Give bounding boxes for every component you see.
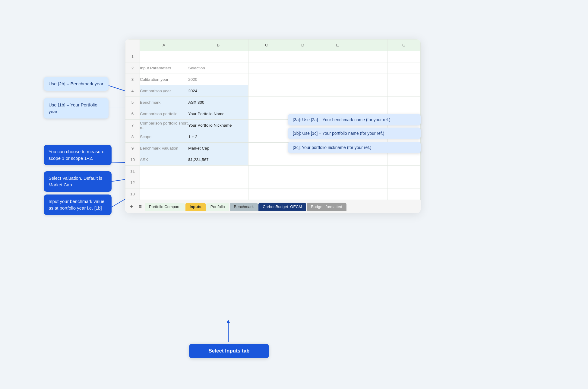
- cell-empty[interactable]: [285, 177, 321, 188]
- spreadsheet[interactable]: A B C D E F G 12Input ParametersSelectio…: [125, 39, 421, 213]
- tab-budget-formatted[interactable]: Budget_formatted: [307, 203, 346, 211]
- cell-empty[interactable]: [248, 177, 285, 188]
- cell-empty[interactable]: [387, 188, 420, 200]
- cell-b[interactable]: [188, 188, 248, 200]
- cell-empty[interactable]: [285, 166, 321, 177]
- cell-empty[interactable]: [387, 74, 420, 85]
- cell-empty[interactable]: [321, 188, 354, 200]
- cell-empty[interactable]: [354, 166, 387, 177]
- cell-a[interactable]: Comparison year: [140, 85, 188, 97]
- cell-empty[interactable]: [248, 154, 285, 166]
- table-row[interactable]: 10ASX$1,234,567: [125, 154, 421, 166]
- cell-empty[interactable]: [354, 85, 387, 97]
- cell-a[interactable]: [140, 177, 188, 188]
- cell-empty[interactable]: [321, 85, 354, 97]
- tab-inputs[interactable]: Inputs: [185, 203, 206, 211]
- cell-empty[interactable]: [321, 74, 354, 85]
- cell-empty[interactable]: [321, 62, 354, 74]
- cell-empty[interactable]: [321, 97, 354, 108]
- cell-b[interactable]: Your Portfolio Nickname: [188, 120, 248, 131]
- table-row[interactable]: 11: [125, 166, 421, 177]
- cell-empty[interactable]: [354, 177, 387, 188]
- cell-a[interactable]: Comparison portfolio: [140, 108, 188, 120]
- cell-empty[interactable]: [285, 51, 321, 62]
- col-header-d: D: [285, 40, 321, 51]
- tab-benchmark[interactable]: Benchmark: [230, 203, 258, 211]
- cell-empty[interactable]: [248, 62, 285, 74]
- cell-empty[interactable]: [248, 188, 285, 200]
- tab-portfolio-compare[interactable]: Portfolio Compare: [145, 203, 185, 211]
- cell-empty[interactable]: [248, 166, 285, 177]
- cell-b[interactable]: Selection: [188, 62, 248, 74]
- table-row[interactable]: 5BenchmarkASX 300: [125, 97, 421, 108]
- annotation-scope: You can choose to measure scope 1 or sco…: [44, 145, 112, 165]
- cell-empty[interactable]: [321, 51, 354, 62]
- cell-b[interactable]: 1 + 2: [188, 131, 248, 143]
- table-row[interactable]: 1: [125, 51, 421, 62]
- cell-empty[interactable]: [248, 85, 285, 97]
- cell-empty[interactable]: [354, 188, 387, 200]
- cell-a[interactable]: [140, 188, 188, 200]
- cell-a[interactable]: Benchmark Valuation: [140, 143, 188, 154]
- cell-empty[interactable]: [285, 62, 321, 74]
- row-number: 10: [125, 154, 140, 166]
- cell-empty[interactable]: [387, 166, 420, 177]
- cell-empty[interactable]: [354, 97, 387, 108]
- cell-empty[interactable]: [248, 108, 285, 120]
- annotation-3b: [3b]: Use [1c] – Your portfolio name (fo…: [288, 128, 421, 139]
- cell-empty[interactable]: [248, 51, 285, 62]
- cell-empty[interactable]: [354, 51, 387, 62]
- cell-a[interactable]: Comparison portfolio short n...: [140, 120, 188, 131]
- cell-empty[interactable]: [248, 97, 285, 108]
- cell-a[interactable]: [140, 166, 188, 177]
- cell-empty[interactable]: [354, 74, 387, 85]
- cell-b[interactable]: Your Portfolio Name: [188, 108, 248, 120]
- cell-empty[interactable]: [248, 131, 285, 143]
- table-row[interactable]: 12: [125, 177, 421, 188]
- cell-empty[interactable]: [285, 188, 321, 200]
- cell-empty[interactable]: [387, 51, 420, 62]
- cell-empty[interactable]: [321, 177, 354, 188]
- table-row[interactable]: 13: [125, 188, 421, 200]
- cell-b[interactable]: $1,234,567: [188, 154, 248, 166]
- col-header-g: G: [387, 40, 420, 51]
- cell-empty[interactable]: [354, 154, 387, 166]
- cell-empty[interactable]: [387, 97, 420, 108]
- cell-b[interactable]: ASX 300: [188, 97, 248, 108]
- cell-b[interactable]: 2020: [188, 74, 248, 85]
- cell-empty[interactable]: [248, 74, 285, 85]
- tab-carbon-budget[interactable]: CarbonBudget_OECM: [258, 203, 306, 211]
- cell-empty[interactable]: [248, 120, 285, 131]
- cell-a[interactable]: Benchmark: [140, 97, 188, 108]
- cell-empty[interactable]: [387, 85, 420, 97]
- table-row[interactable]: 2Input ParametersSelection: [125, 62, 421, 74]
- cell-b[interactable]: 2024: [188, 85, 248, 97]
- cell-b[interactable]: [188, 166, 248, 177]
- tab-add-button[interactable]: +: [128, 204, 136, 210]
- tab-menu-button[interactable]: ≡: [136, 204, 144, 210]
- cell-empty[interactable]: [321, 154, 354, 166]
- cell-empty[interactable]: [248, 143, 285, 154]
- cell-b[interactable]: [188, 51, 248, 62]
- cell-empty[interactable]: [285, 97, 321, 108]
- table-row[interactable]: 4Comparison year2024: [125, 85, 421, 97]
- cell-a[interactable]: Scope: [140, 131, 188, 143]
- cell-empty[interactable]: [285, 154, 321, 166]
- tab-portfolio[interactable]: Portfolio: [206, 203, 229, 211]
- cell-b[interactable]: Market Cap: [188, 143, 248, 154]
- cell-empty[interactable]: [321, 166, 354, 177]
- cell-a[interactable]: ASX: [140, 154, 188, 166]
- row-number: 5: [125, 97, 140, 108]
- cell-b[interactable]: [188, 177, 248, 188]
- cell-empty[interactable]: [387, 62, 420, 74]
- select-inputs-tab-callout[interactable]: Select Inputs tab: [189, 344, 269, 358]
- cell-a[interactable]: [140, 51, 188, 62]
- cell-a[interactable]: Calibration year: [140, 74, 188, 85]
- cell-empty[interactable]: [354, 62, 387, 74]
- cell-a[interactable]: Input Parameters: [140, 62, 188, 74]
- table-row[interactable]: 3Calibration year2020: [125, 74, 421, 85]
- cell-empty[interactable]: [285, 74, 321, 85]
- cell-empty[interactable]: [285, 85, 321, 97]
- cell-empty[interactable]: [387, 154, 420, 166]
- cell-empty[interactable]: [387, 177, 420, 188]
